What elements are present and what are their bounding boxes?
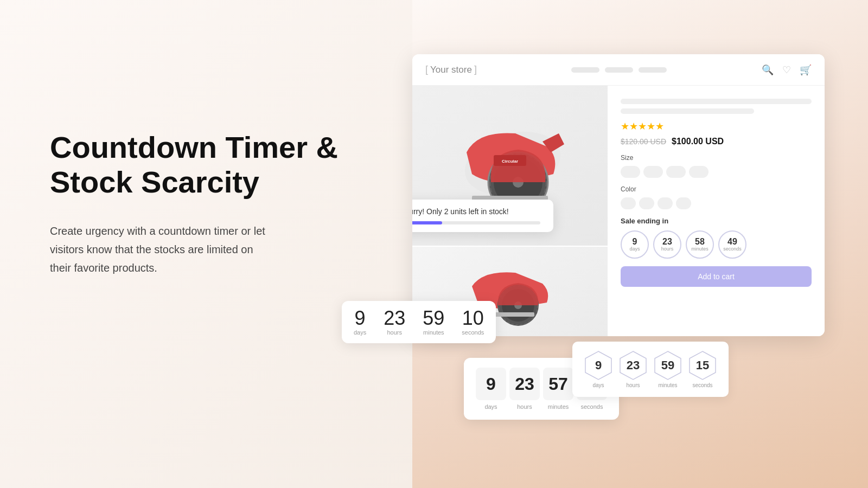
timer-simple-seconds-label: seconds: [462, 329, 484, 336]
page-title: Countdown Timer & Stock Scarcity: [50, 130, 375, 200]
nav-pills: [571, 67, 667, 73]
timer-sq-minutes-num: 57: [543, 368, 573, 400]
timer-hex-hours-num: 23: [627, 358, 640, 373]
stock-bar-background: [412, 221, 540, 224]
price-row: $120.00 USD $100.00 USD: [621, 137, 812, 146]
color-option-4[interactable]: [676, 197, 691, 209]
timer-simple-days-label: days: [354, 329, 366, 336]
skeleton-title-1: [621, 99, 812, 104]
countdown-label: Sale ending in: [621, 217, 812, 225]
hex-days-shape: 9: [583, 350, 614, 381]
add-to-cart-button[interactable]: Add to cart: [621, 266, 812, 287]
price-original: $120.00 USD: [621, 137, 666, 146]
countdown-circles: 9 days 23 hours 58 minutes 49 seconds: [621, 230, 812, 259]
timer-sq-hours: 23 hours: [509, 368, 540, 410]
product-details-col: ★★★★★ $120.00 USD $100.00 USD Size Color…: [608, 86, 825, 336]
timer-hexagon: 9 days 23 hours 59 minutes 15 seconds: [572, 342, 729, 397]
left-content: Countdown Timer & Stock Scarcity Create …: [50, 130, 375, 277]
heart-icon[interactable]: ♡: [782, 64, 791, 76]
size-option-4[interactable]: [689, 166, 709, 178]
page-description: Create urgency with a countdown timer or…: [50, 222, 375, 277]
color-option-1[interactable]: [621, 197, 636, 209]
nav-icons: 🔍 ♡ 🛒: [762, 64, 812, 76]
stock-warning-card: Hurry! Only 2 units left in stock!: [412, 200, 553, 232]
bracket-right: ]: [474, 64, 477, 75]
timer-simple-days: 9 days: [354, 309, 366, 336]
color-options: [621, 197, 812, 209]
skeleton-title-2: [621, 108, 754, 114]
timer-sq-days-num: 9: [476, 368, 506, 400]
timer-hex-minutes-label: minutes: [658, 382, 677, 388]
product-image-col: Circular Hurry! Only 2 units l: [412, 86, 608, 336]
cart-icon[interactable]: 🛒: [800, 64, 812, 76]
timer-hex-hours-label: hours: [626, 382, 640, 388]
price-sale: $100.00 USD: [672, 137, 724, 146]
hex-minutes-shape: 59: [653, 350, 683, 381]
timer-simple-hours-label: hours: [387, 329, 403, 336]
stock-warning-text: Hurry! Only 2 units left in stock!: [412, 207, 540, 216]
timer-sq-days: 9 days: [476, 368, 506, 410]
countdown-hours-label: hours: [661, 246, 674, 252]
timer-sq-minutes-label: minutes: [548, 403, 569, 410]
product-stars: ★★★★★: [621, 120, 812, 132]
hex-hours-shape: 23: [618, 350, 648, 381]
timer-hex-days-num: 9: [595, 358, 602, 373]
product-area: Circular Hurry! Only 2 units l: [412, 86, 825, 336]
timer-hex-seconds: 15 seconds: [687, 350, 718, 388]
color-option-2[interactable]: [639, 197, 654, 209]
countdown-seconds-num: 49: [727, 237, 737, 246]
countdown-seconds-label: seconds: [723, 246, 742, 252]
timer-hex-seconds-num: 15: [696, 358, 709, 373]
timer-sq-hours-num: 23: [509, 368, 540, 400]
nav-pill-2: [605, 67, 633, 73]
timer-simple-minutes: 59 minutes: [423, 309, 444, 336]
countdown-days-circle: 9 days: [621, 230, 649, 259]
timer-sq-seconds-label: seconds: [581, 403, 603, 410]
timer-hex-seconds-label: seconds: [692, 382, 712, 388]
nav-pill-3: [639, 67, 667, 73]
timer-simple-seconds: 10 seconds: [462, 309, 484, 336]
timer-sq-hours-label: hours: [517, 403, 532, 410]
timer-simple-hours: 23 hours: [384, 309, 405, 336]
timer-simple-seconds-num: 10: [462, 309, 484, 328]
browser-nav: [ Your store ] 🔍 ♡ 🛒: [412, 54, 825, 86]
countdown-seconds-circle: 49 seconds: [718, 230, 746, 259]
store-name: Your store: [430, 65, 472, 75]
timer-hex-days: 9 days: [583, 350, 614, 388]
size-options: [621, 166, 812, 178]
size-option-1[interactable]: [621, 166, 640, 178]
timer-simple-hours-num: 23: [384, 309, 405, 328]
timer-simple: 9 days 23 hours 59 minutes 10 seconds: [342, 301, 496, 343]
timer-sq-days-label: days: [484, 403, 497, 410]
size-option-3[interactable]: [666, 166, 686, 178]
timer-simple-minutes-label: minutes: [423, 329, 444, 336]
countdown-hours-circle: 23 hours: [653, 230, 681, 259]
bracket-left: [: [425, 64, 428, 75]
timer-simple-days-num: 9: [355, 309, 366, 328]
countdown-minutes-label: minutes: [691, 246, 709, 252]
timer-sq-minutes: 57 minutes: [543, 368, 573, 410]
timer-hex-minutes: 59 minutes: [653, 350, 683, 388]
countdown-hours-num: 23: [662, 237, 672, 246]
hex-seconds-shape: 15: [687, 350, 718, 381]
search-icon[interactable]: 🔍: [762, 64, 774, 76]
store-logo: [ Your store ]: [425, 64, 477, 75]
size-option-2[interactable]: [643, 166, 663, 178]
countdown-days-num: 9: [633, 237, 637, 246]
timer-hex-hours: 23 hours: [618, 350, 648, 388]
size-label: Size: [621, 154, 812, 162]
timer-hex-minutes-num: 59: [661, 358, 674, 373]
color-label: Color: [621, 185, 812, 193]
browser-window: [ Your store ] 🔍 ♡ 🛒: [412, 54, 825, 336]
countdown-days-label: days: [629, 246, 640, 252]
stock-bar-fill: [412, 221, 442, 224]
color-option-3[interactable]: [658, 197, 673, 209]
timer-hex-days-label: days: [592, 382, 604, 388]
timer-simple-minutes-num: 59: [423, 309, 444, 328]
nav-pill-1: [571, 67, 599, 73]
svg-text:Circular: Circular: [502, 159, 518, 164]
countdown-minutes-circle: 58 minutes: [686, 230, 714, 259]
countdown-minutes-num: 58: [695, 237, 705, 246]
